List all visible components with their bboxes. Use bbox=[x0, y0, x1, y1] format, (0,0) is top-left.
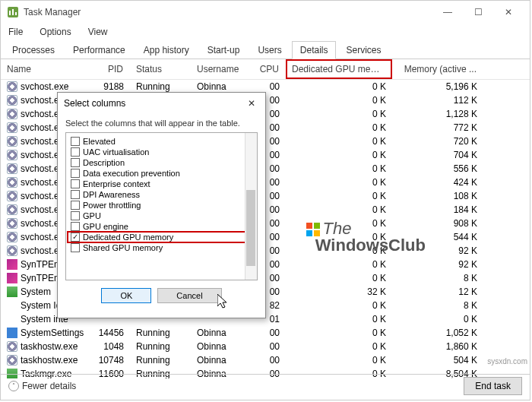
dialog-title: Select columns bbox=[64, 98, 125, 109]
column-option-label: Description bbox=[83, 158, 125, 167]
process-icon bbox=[7, 259, 17, 270]
select-columns-dialog: Select columns ✕ Select the columns that… bbox=[57, 92, 266, 318]
column-option-label: Data execution prevention bbox=[83, 169, 180, 178]
checkbox[interactable] bbox=[71, 169, 80, 178]
ok-button[interactable]: OK bbox=[101, 288, 151, 303]
table-header: Name PID Status Username CPU Dedicated G… bbox=[1, 59, 530, 80]
end-task-button[interactable]: End task bbox=[464, 377, 522, 395]
header-pid[interactable]: PID bbox=[84, 59, 130, 79]
menu-view[interactable]: View bbox=[85, 25, 111, 39]
column-option[interactable]: ✓Dedicated GPU memory bbox=[68, 232, 255, 242]
column-option[interactable]: Shared GPU memory bbox=[68, 242, 255, 253]
tabs: Processes Performance App history Start-… bbox=[1, 40, 530, 59]
header-name[interactable]: Name bbox=[1, 59, 84, 79]
process-icon bbox=[7, 341, 17, 352]
tab-app-history[interactable]: App history bbox=[135, 41, 198, 59]
process-icon bbox=[7, 95, 17, 106]
header-memory[interactable]: Memory (active ... bbox=[392, 59, 483, 79]
titlebar: Task Manager — ☐ ✕ bbox=[1, 1, 530, 24]
chevron-up-icon: ˄ bbox=[8, 381, 19, 391]
scrollbar[interactable] bbox=[245, 133, 257, 280]
checkbox[interactable] bbox=[71, 211, 80, 220]
column-option-label: Elevated bbox=[83, 137, 116, 146]
status-bar: ˄ Fewer details End task bbox=[1, 374, 530, 397]
column-option-label: Power throttling bbox=[83, 201, 141, 210]
process-name: svchost.exe bbox=[21, 81, 68, 92]
process-icon bbox=[7, 150, 17, 160]
process-icon bbox=[7, 218, 17, 229]
process-icon bbox=[7, 355, 17, 366]
process-icon bbox=[7, 177, 17, 188]
checkbox[interactable] bbox=[71, 222, 80, 231]
svg-rect-1 bbox=[9, 11, 11, 15]
column-option[interactable]: Enterprise context bbox=[68, 179, 255, 189]
tab-users[interactable]: Users bbox=[249, 41, 290, 59]
close-button[interactable]: ✕ bbox=[493, 1, 524, 24]
process-icon bbox=[7, 328, 17, 338]
tab-services[interactable]: Services bbox=[337, 41, 389, 59]
header-status[interactable]: Status bbox=[130, 59, 191, 79]
fewer-details-toggle[interactable]: ˄ Fewer details bbox=[8, 381, 76, 391]
column-option-label: GPU bbox=[83, 211, 101, 220]
maximize-button[interactable]: ☐ bbox=[463, 1, 493, 24]
window-controls: — ☐ ✕ bbox=[432, 1, 524, 24]
column-option[interactable]: Description bbox=[68, 157, 255, 168]
process-icon bbox=[7, 232, 17, 242]
column-option-label: DPI Awareness bbox=[83, 190, 140, 199]
checkbox[interactable] bbox=[71, 147, 80, 157]
process-icon bbox=[7, 245, 17, 256]
process-icon bbox=[7, 286, 17, 297]
window-title: Task Manager bbox=[24, 7, 81, 17]
table-row[interactable]: taskhostw.exe10748RunningObinna000 K504 … bbox=[1, 353, 530, 367]
table-row[interactable]: SystemSettingsBroke...14456RunningObinna… bbox=[1, 326, 530, 340]
svg-rect-3 bbox=[15, 12, 17, 15]
process-icon bbox=[7, 136, 17, 147]
menubar: File Options View bbox=[1, 24, 530, 40]
process-icon bbox=[7, 163, 17, 174]
process-icon bbox=[7, 81, 17, 92]
app-icon bbox=[7, 6, 19, 18]
column-option[interactable]: DPI Awareness bbox=[68, 189, 255, 200]
column-option[interactable]: Power throttling bbox=[68, 200, 255, 210]
tab-performance[interactable]: Performance bbox=[65, 41, 134, 59]
tab-details[interactable]: Details bbox=[292, 41, 337, 59]
svg-rect-2 bbox=[12, 9, 14, 15]
cancel-button[interactable]: Cancel bbox=[157, 288, 221, 303]
checkbox[interactable] bbox=[71, 190, 80, 199]
column-option-label: Enterprise context bbox=[83, 179, 150, 188]
menu-file[interactable]: File bbox=[5, 25, 26, 39]
table-row[interactable]: taskhostw.exe1048RunningObinna000 K1,860… bbox=[1, 340, 530, 353]
checkbox[interactable] bbox=[71, 158, 80, 167]
column-option-label: Shared GPU memory bbox=[83, 243, 163, 252]
tab-processes[interactable]: Processes bbox=[4, 41, 63, 59]
column-option[interactable]: UAC virtualisation bbox=[68, 147, 255, 157]
header-cpu[interactable]: CPU bbox=[252, 59, 286, 79]
process-name: System bbox=[21, 286, 51, 297]
process-name: taskhostw.exe bbox=[21, 355, 78, 366]
checkbox[interactable]: ✓ bbox=[71, 233, 80, 242]
process-icon bbox=[7, 122, 17, 133]
checkbox[interactable] bbox=[71, 201, 80, 210]
column-option[interactable]: Data execution prevention bbox=[68, 168, 255, 179]
column-option[interactable]: Elevated bbox=[68, 136, 255, 147]
header-username[interactable]: Username bbox=[191, 59, 252, 79]
process-name: taskhostw.exe bbox=[21, 341, 78, 352]
checkbox[interactable] bbox=[71, 179, 80, 188]
dialog-close-button[interactable]: ✕ bbox=[244, 98, 259, 109]
checkbox[interactable] bbox=[71, 243, 80, 252]
attribution: sysxdn.com bbox=[487, 357, 527, 366]
column-option[interactable]: GPU engine bbox=[68, 221, 255, 232]
minimize-button[interactable]: — bbox=[432, 1, 463, 24]
checkbox[interactable] bbox=[71, 137, 80, 146]
columns-list[interactable]: ElevatedUAC virtualisationDescriptionDat… bbox=[65, 132, 258, 280]
fewer-details-label: Fewer details bbox=[22, 381, 76, 391]
menu-options[interactable]: Options bbox=[36, 25, 74, 39]
scrollbar-thumb[interactable] bbox=[246, 190, 255, 266]
column-option-label: GPU engine bbox=[83, 222, 128, 231]
process-name: SystemSettingsBroke... bbox=[21, 328, 84, 338]
header-dedicated-gpu-memory[interactable]: Dedicated GPU memory bbox=[286, 59, 392, 79]
dialog-message: Select the columns that will appear in t… bbox=[65, 119, 258, 128]
tab-startup[interactable]: Start-up bbox=[199, 41, 249, 59]
process-icon bbox=[7, 273, 17, 283]
column-option[interactable]: GPU bbox=[68, 210, 255, 221]
